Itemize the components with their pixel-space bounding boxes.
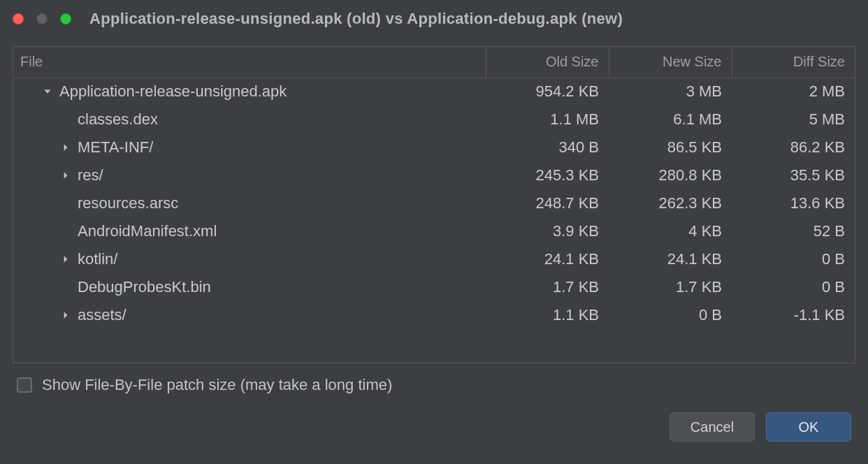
window-controls (13, 13, 71, 24)
col-new-size[interactable]: New Size (609, 47, 732, 78)
diff-size: 0 B (732, 245, 855, 273)
new-size: 3 MB (609, 78, 732, 106)
file-name: kotlin/ (78, 250, 117, 268)
new-size: 86.5 KB (609, 133, 732, 161)
file-cell: resources.arsc (20, 194, 476, 212)
chevron-right-icon[interactable] (59, 253, 72, 266)
old-size: 1.1 KB (486, 301, 609, 329)
old-size: 340 B (486, 133, 609, 161)
table-row[interactable]: Application-release-unsigned.apk954.2 KB… (13, 78, 855, 106)
chevron-down-icon[interactable] (41, 85, 54, 98)
new-size: 0 B (609, 301, 732, 329)
table-row[interactable]: DebugProbesKt.bin1.7 KB1.7 KB0 B (13, 273, 855, 301)
zoom-icon[interactable] (60, 13, 71, 24)
old-size: 1.7 KB (486, 273, 609, 301)
patch-size-checkbox-row[interactable]: Show File-By-File patch size (may take a… (17, 376, 851, 394)
diff-size: 86.2 KB (732, 133, 855, 161)
titlebar: Application-release-unsigned.apk (old) v… (0, 0, 868, 38)
file-name: Application-release-unsigned.apk (59, 82, 287, 101)
col-file[interactable]: File (13, 47, 486, 78)
table-row[interactable]: res/245.3 KB280.8 KB35.5 KB (13, 161, 855, 189)
file-name: AndroidManifest.xml (59, 222, 217, 240)
table-row[interactable]: classes.dex1.1 MB6.1 MB5 MB (13, 106, 855, 133)
window-title: Application-release-unsigned.apk (old) v… (71, 10, 855, 28)
new-size: 4 KB (609, 217, 732, 245)
file-name: res/ (78, 166, 103, 184)
chevron-right-icon[interactable] (59, 169, 72, 182)
dialog-footer: Show File-By-File patch size (may take a… (0, 363, 868, 457)
minimize-icon[interactable] (36, 13, 48, 24)
new-size: 6.1 MB (609, 106, 732, 133)
file-cell: DebugProbesKt.bin (20, 278, 476, 296)
file-cell: META-INF/ (20, 138, 476, 157)
table-row[interactable]: resources.arsc248.7 KB262.3 KB13.6 KB (13, 189, 855, 217)
chevron-right-icon[interactable] (59, 309, 72, 321)
file-cell: res/ (20, 166, 476, 184)
file-name: DebugProbesKt.bin (59, 278, 211, 296)
diff-size: 35.5 KB (732, 161, 855, 189)
button-row: Cancel OK (17, 412, 851, 442)
table-row[interactable]: META-INF/340 B86.5 KB86.2 KB (13, 133, 855, 161)
patch-size-label: Show File-By-File patch size (may take a… (42, 376, 392, 394)
file-cell: kotlin/ (20, 250, 476, 268)
file-name: assets/ (78, 306, 126, 324)
table-header-row: File Old Size New Size Diff Size (13, 47, 855, 78)
table-row[interactable]: AndroidManifest.xml3.9 KB4 KB52 B (13, 217, 855, 245)
old-size: 954.2 KB (486, 78, 609, 106)
chevron-right-icon[interactable] (59, 141, 72, 154)
new-size: 262.3 KB (609, 189, 732, 217)
file-cell: Application-release-unsigned.apk (20, 82, 476, 101)
col-old-size[interactable]: Old Size (486, 47, 609, 78)
close-icon[interactable] (13, 13, 24, 24)
diff-size: 2 MB (732, 78, 855, 106)
old-size: 24.1 KB (486, 245, 609, 273)
file-name: classes.dex (59, 110, 158, 129)
file-name: resources.arsc (59, 194, 178, 212)
checkbox-icon[interactable] (17, 377, 32, 393)
diff-size: 52 B (732, 217, 855, 245)
file-name: META-INF/ (78, 138, 153, 157)
dialog-window: Application-release-unsigned.apk (old) v… (0, 0, 868, 464)
file-cell: assets/ (20, 306, 476, 324)
table-row[interactable]: assets/1.1 KB0 B-1.1 KB (13, 301, 855, 329)
col-diff-size[interactable]: Diff Size (732, 47, 855, 78)
ok-button[interactable]: OK (766, 412, 851, 442)
file-cell: AndroidManifest.xml (20, 222, 476, 240)
old-size: 3.9 KB (486, 217, 609, 245)
new-size: 1.7 KB (609, 273, 732, 301)
new-size: 24.1 KB (609, 245, 732, 273)
diff-size: 0 B (732, 273, 855, 301)
cancel-button[interactable]: Cancel (670, 412, 755, 442)
diff-size: 13.6 KB (732, 189, 855, 217)
comparison-table: File Old Size New Size Diff Size Applica… (13, 46, 855, 363)
new-size: 280.8 KB (609, 161, 732, 189)
old-size: 1.1 MB (486, 106, 609, 133)
spacer-row (13, 329, 855, 363)
diff-size: 5 MB (732, 106, 855, 133)
file-cell: classes.dex (20, 110, 476, 129)
table-row[interactable]: kotlin/24.1 KB24.1 KB0 B (13, 245, 855, 273)
diff-size: -1.1 KB (732, 301, 855, 329)
old-size: 245.3 KB (486, 161, 609, 189)
old-size: 248.7 KB (486, 189, 609, 217)
